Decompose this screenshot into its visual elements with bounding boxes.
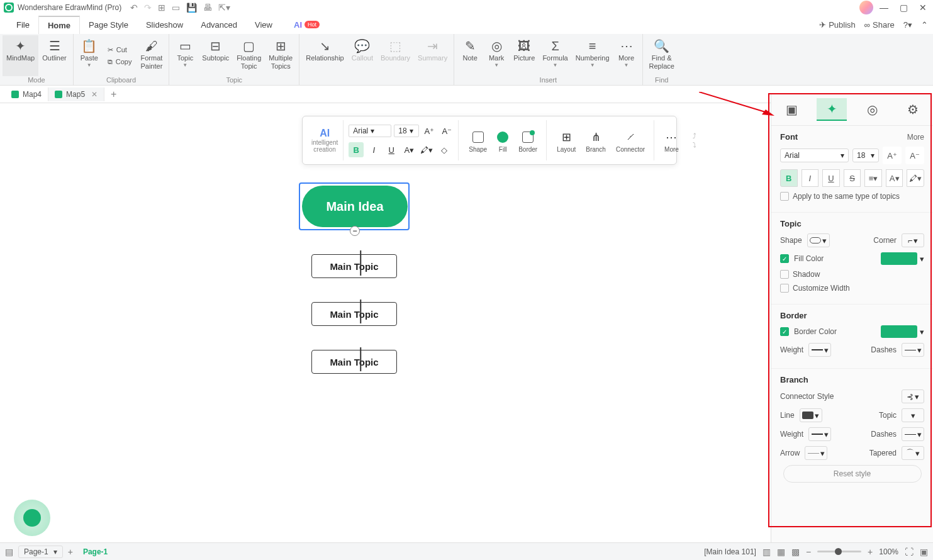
sub-topic-node[interactable]: Main Topic <box>311 350 397 374</box>
corner-select[interactable]: ⌐▾ <box>902 233 924 247</box>
doc-tab-map4[interactable]: Map4 <box>5 87 48 101</box>
view-mode-3-icon[interactable]: ▩ <box>791 547 800 557</box>
ft-highlight[interactable]: 🖍▾ <box>419 142 434 157</box>
view-mode-2-icon[interactable]: ▦ <box>777 547 785 557</box>
undo-icon[interactable]: ↶ <box>130 3 138 13</box>
ft-drag-icon[interactable]: ⤵ <box>693 141 696 148</box>
find-replace-button[interactable]: 🔍Find & Replace <box>645 35 678 76</box>
mark-button[interactable]: ◎Mark▼ <box>483 35 510 76</box>
font-more[interactable]: More <box>907 133 924 142</box>
paste-button[interactable]: 📋Paste▼ <box>76 35 103 76</box>
branch-dashes-select[interactable]: ▾ <box>902 427 924 441</box>
open-icon[interactable]: ▭ <box>172 3 180 13</box>
close-icon[interactable]: ✕ <box>919 3 927 13</box>
ft-more[interactable]: ⋯More <box>661 128 683 153</box>
fill-color-checkbox[interactable]: ✓ <box>780 254 789 263</box>
help-button[interactable]: ?▾ <box>903 20 912 30</box>
doc-tab-map5[interactable]: Map5✕ <box>48 87 104 101</box>
menu-tab-page-style[interactable]: Page Style <box>80 16 137 33</box>
zoom-in-icon[interactable]: + <box>868 547 873 557</box>
view-mode-1-icon[interactable]: ▥ <box>763 547 771 557</box>
border-dashes-select[interactable]: ▾ <box>902 343 924 357</box>
underline-button[interactable]: U <box>822 169 840 187</box>
shape-select[interactable]: ▾ <box>807 233 830 247</box>
line-color-select[interactable]: ▾ <box>800 408 822 422</box>
print-icon[interactable]: 🖶 <box>203 3 212 13</box>
collapse-ribbon-icon[interactable]: ⌃ <box>921 20 928 30</box>
ft-font-increase[interactable]: A⁺ <box>422 123 437 138</box>
active-page-label[interactable]: Page-1 <box>78 547 113 556</box>
format-painter-button[interactable]: 🖌Format Painter <box>137 35 166 76</box>
connector-style-select[interactable]: ⊰▾ <box>902 389 924 403</box>
ft-shape[interactable]: Shape <box>465 128 491 153</box>
ft-font-color[interactable]: A▾ <box>401 142 416 157</box>
fill-color-swatch[interactable] <box>881 252 917 265</box>
rp-tab-page[interactable]: ▣ <box>776 98 807 121</box>
outline-toggle-icon[interactable]: ▤ <box>5 547 13 557</box>
menu-file[interactable]: File <box>8 16 38 33</box>
rp-tab-style[interactable]: ✦ <box>817 98 847 121</box>
copy-button[interactable]: ⧉Copy <box>106 57 133 67</box>
sub-topic-node[interactable]: Main Topic <box>311 254 397 278</box>
ft-font-decrease[interactable]: A⁻ <box>439 123 454 138</box>
outliner-mode-button[interactable]: ☰Outliner <box>38 35 70 76</box>
rp-tab-settings[interactable]: ⚙ <box>898 98 928 121</box>
strike-button[interactable]: S <box>844 169 861 187</box>
ft-fill[interactable]: Fill <box>493 128 512 153</box>
close-tab-icon[interactable]: ✕ <box>91 90 98 99</box>
border-weight-select[interactable]: ▾ <box>808 343 831 357</box>
formula-button[interactable]: ΣFormula▼ <box>539 35 571 76</box>
boundary-button[interactable]: ⬚Boundary <box>377 35 414 76</box>
arrow-select[interactable]: ▾ <box>805 446 827 460</box>
maximize-icon[interactable]: ▢ <box>900 3 908 13</box>
ft-underline[interactable]: U <box>384 142 399 157</box>
ft-layout[interactable]: ⊞Layout <box>553 128 579 153</box>
ft-clear-format[interactable]: ◇ <box>437 142 452 157</box>
help-assistant-button[interactable] <box>14 500 50 536</box>
add-tab-button[interactable]: + <box>104 86 123 103</box>
redo-icon[interactable]: ↷ <box>144 3 152 13</box>
menu-ai[interactable]: AI Hot <box>294 20 320 30</box>
zoom-level[interactable]: 100% <box>879 547 898 556</box>
border-color-checkbox[interactable]: ✓ <box>780 327 789 336</box>
ft-italic[interactable]: I <box>366 142 381 157</box>
user-avatar[interactable] <box>859 1 873 14</box>
border-color-swatch[interactable] <box>881 325 917 338</box>
font-increase[interactable]: A⁺ <box>883 147 902 164</box>
branch-topic-select[interactable]: ▾ <box>902 408 924 422</box>
ft-pin-icon[interactable]: ⤴ <box>693 132 696 140</box>
align-button[interactable]: ≡▾ <box>864 169 882 187</box>
menu-tab-view[interactable]: View <box>246 16 281 33</box>
subtopic-button[interactable]: ⊟Subtopic <box>198 35 233 76</box>
collapse-toggle[interactable]: − <box>350 226 360 236</box>
note-button[interactable]: ✎Note <box>457 35 483 76</box>
floating-topic-button[interactable]: ▢Floating Topic <box>233 35 265 76</box>
font-decrease[interactable]: A⁻ <box>905 147 924 164</box>
tapered-select[interactable]: ⌒▾ <box>902 446 924 460</box>
publish-button[interactable]: ✈Publish <box>819 20 856 30</box>
branch-weight-select[interactable]: ▾ <box>808 427 831 441</box>
share-button[interactable]: ∞Share <box>864 20 895 30</box>
mindmap-mode-button[interactable]: ✦MindMap <box>3 35 38 76</box>
shadow-checkbox[interactable] <box>780 270 789 279</box>
zoom-out-icon[interactable]: − <box>806 547 811 557</box>
ft-font-family[interactable]: Arial▾ <box>349 125 391 137</box>
highlight-button[interactable]: 🖍▾ <box>907 169 924 187</box>
menu-tab-advanced[interactable]: Advanced <box>192 16 246 33</box>
sub-topic-node[interactable]: Main Topic <box>311 302 397 326</box>
insert-more-button[interactable]: ⋯More▼ <box>613 35 640 76</box>
save-icon[interactable]: 💾 <box>186 3 197 13</box>
export-icon[interactable]: ⇱▾ <box>218 3 230 13</box>
rp-tab-location[interactable]: ◎ <box>858 98 888 121</box>
bold-button[interactable]: B <box>780 169 798 187</box>
page-selector[interactable]: Page-1▾ <box>18 546 63 558</box>
menu-tab-home[interactable]: Home <box>38 16 80 34</box>
fullscreen-icon[interactable]: ⛶ <box>905 547 913 557</box>
font-color-button[interactable]: A▾ <box>886 169 903 187</box>
apply-same-checkbox[interactable] <box>780 192 789 201</box>
picture-button[interactable]: 🖼Picture <box>510 35 539 76</box>
main-node-selected[interactable]: Main Idea − <box>299 182 410 230</box>
minimize-icon[interactable]: — <box>880 3 888 13</box>
fit-icon[interactable]: ▣ <box>920 547 928 557</box>
zoom-slider[interactable] <box>817 551 861 552</box>
